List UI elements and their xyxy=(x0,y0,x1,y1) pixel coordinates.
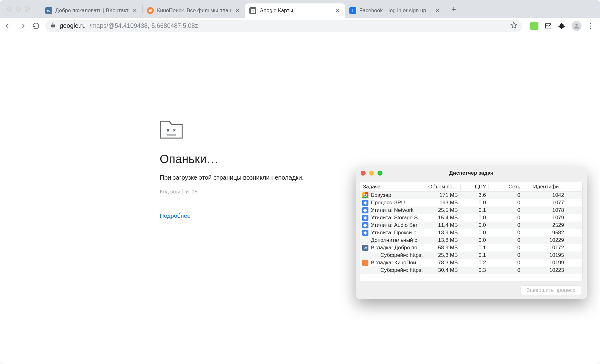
ext-icon xyxy=(362,222,368,228)
network-cell: 0 xyxy=(488,252,523,258)
task-manager-title: Диспетчер задач xyxy=(356,170,587,176)
memory-cell: 78,3 МБ xyxy=(423,260,460,266)
end-process-button[interactable]: Завершить процесс xyxy=(521,286,581,295)
cpu-cell: 0.1 xyxy=(460,207,488,213)
window-close-dot[interactable] xyxy=(7,7,12,12)
extension-icon[interactable] xyxy=(530,22,538,30)
extension-icons: ⋮ xyxy=(530,21,594,31)
new-tab-button[interactable]: + xyxy=(448,3,460,15)
learn-more-link[interactable]: Подробнее xyxy=(160,212,191,219)
error-heading: Опаньки… xyxy=(160,152,347,166)
table-row[interactable]: Процесс GPU193 МБ0.001077 xyxy=(360,199,582,207)
cpu-cell: 0.0 xyxy=(460,230,488,236)
ext-icon xyxy=(362,215,368,221)
tab-facebook[interactable]: f Facebook – log in or sign up ✕ xyxy=(345,3,445,18)
task-label: Дополнительный с xyxy=(371,237,417,243)
close-icon[interactable]: ✕ xyxy=(434,7,441,14)
network-cell: 0 xyxy=(488,215,523,221)
table-row[interactable]: Утилита: Прокси-с13,9 МБ0.009582 xyxy=(360,229,582,237)
gmap-icon: ▦ xyxy=(249,7,256,14)
pid-cell: 10199 xyxy=(523,260,567,266)
reload-button[interactable] xyxy=(32,22,40,30)
task-label: Субфрейм: https:/ xyxy=(380,252,423,258)
close-icon[interactable]: ✕ xyxy=(132,7,138,14)
task-label: Утилита: Audio Ser xyxy=(371,222,418,228)
pid-cell: 10195 xyxy=(523,252,567,258)
tab-label: КиноПоиск. Все фильмы план xyxy=(157,7,231,14)
task-cell: Утилита: Network xyxy=(360,207,423,213)
table-row[interactable]: Субфрейм: https:/25,3 МБ0.1010195 xyxy=(360,252,582,259)
tm-min-dot[interactable] xyxy=(369,171,374,176)
ext-icon xyxy=(362,200,368,206)
col-pid[interactable]: Идентифи… xyxy=(523,184,567,190)
tm-max-dot[interactable] xyxy=(378,171,382,176)
blank-icon xyxy=(372,267,378,273)
table-row[interactable]: wВкладка: Добро по58,9 МБ0.1010172 xyxy=(360,244,582,252)
kinopoisk-icon: ✳ xyxy=(147,7,154,14)
task-cell: Браузер xyxy=(360,192,423,198)
url-host: google.ru xyxy=(60,22,86,29)
table-row[interactable]: Утилита: Audio Ser11,4 МБ0.002529 xyxy=(360,222,582,229)
memory-cell: 25,5 МБ xyxy=(423,207,460,213)
tab-strip: w Добро пожаловать | ВКонтакт ✕ ✳ КиноПо… xyxy=(0,0,600,18)
task-cell: Вкладка: КиноПои xyxy=(360,260,423,266)
network-cell: 0 xyxy=(488,192,523,198)
extensions-puzzle-icon[interactable] xyxy=(558,22,566,30)
task-cell: Утилита: Прокси-с xyxy=(360,230,423,236)
task-cell: Субфрейм: https:/ xyxy=(360,267,423,273)
table-row[interactable]: Вкладка: КиноПои78,3 МБ0.2010199 xyxy=(360,259,582,267)
vk-icon: w xyxy=(45,7,52,14)
facebook-icon: f xyxy=(349,7,356,14)
tab-label: Добро пожаловать | ВКонтакт xyxy=(55,7,128,14)
task-label: Вкладка: Добро по xyxy=(371,245,417,251)
tab-google-maps[interactable]: ▦ Google Карты ✕ xyxy=(245,3,345,18)
task-cell: Утилита: Storage S xyxy=(360,215,423,221)
task-manager-footer: Завершить процесс xyxy=(356,282,587,299)
chrome-error-page: Опаньки… При загрузке этой страницы возн… xyxy=(160,120,347,219)
window-traffic-lights[interactable] xyxy=(7,7,30,12)
address-bar[interactable]: google.ru/maps/@54.4109438,-5.6680487,5.… xyxy=(45,20,522,32)
forward-button[interactable] xyxy=(18,22,27,30)
ext-icon xyxy=(362,207,368,213)
browser-menu-button[interactable]: ⋮ xyxy=(587,22,594,30)
profile-avatar-icon[interactable] xyxy=(572,21,582,31)
cpu-cell: 0.0 xyxy=(460,222,488,228)
bookmark-star-icon[interactable] xyxy=(510,22,517,30)
col-task[interactable]: Задача xyxy=(360,184,423,190)
pid-cell: 10229 xyxy=(523,237,567,243)
network-cell: 0 xyxy=(488,200,523,206)
pid-cell: 1078 xyxy=(523,207,567,213)
col-cpu[interactable]: ЦПУ xyxy=(460,184,488,190)
col-memory[interactable]: Объем по… xyxy=(423,184,460,190)
error-code: Код ошибки: 15 xyxy=(160,189,347,195)
network-cell: 0 xyxy=(488,260,523,266)
table-row[interactable]: Браузер171 МБ3.601042 xyxy=(360,192,582,199)
close-icon[interactable]: ✕ xyxy=(334,7,341,14)
tm-traffic-lights[interactable] xyxy=(361,171,382,176)
window-max-dot[interactable] xyxy=(25,7,30,12)
table-row[interactable]: Субфрейм: https:/30,4 МБ0.3010223 xyxy=(360,267,582,274)
tab-label: Facebook – log in or sign up xyxy=(359,7,431,14)
tm-header-row[interactable]: Задача Объем по… ЦПУ Сеть Идентифи… xyxy=(360,182,582,192)
table-row[interactable]: Утилита: Storage S15,4 МБ0.001079 xyxy=(360,214,582,222)
task-cell: wВкладка: Добро по xyxy=(360,245,423,251)
mail-icon[interactable] xyxy=(544,22,552,30)
lock-icon xyxy=(50,22,56,29)
ext-icon xyxy=(362,230,368,236)
tab-separator xyxy=(445,5,445,13)
cpu-cell: 0.3 xyxy=(460,267,488,273)
network-cell: 0 xyxy=(488,237,523,243)
tab-vk[interactable]: w Добро пожаловать | ВКонтакт ✕ xyxy=(41,3,142,18)
table-row[interactable]: Дополнительный с13,8 МБ0.0010229 xyxy=(360,237,582,244)
back-button[interactable] xyxy=(4,22,13,30)
col-network[interactable]: Сеть xyxy=(488,184,523,190)
window-min-dot[interactable] xyxy=(16,7,21,12)
network-cell: 0 xyxy=(488,267,523,273)
tm-close-dot[interactable] xyxy=(361,171,366,176)
table-row[interactable]: Утилита: Network25,5 МБ0.101078 xyxy=(360,207,582,214)
task-manager-titlebar[interactable]: Диспетчер задач xyxy=(356,167,587,179)
close-icon[interactable]: ✕ xyxy=(234,7,241,14)
task-label: Вкладка: КиноПои xyxy=(371,260,416,266)
tab-kinopoisk[interactable]: ✳ КиноПоиск. Все фильмы план ✕ xyxy=(142,3,245,18)
pid-cell: 1079 xyxy=(523,215,567,221)
